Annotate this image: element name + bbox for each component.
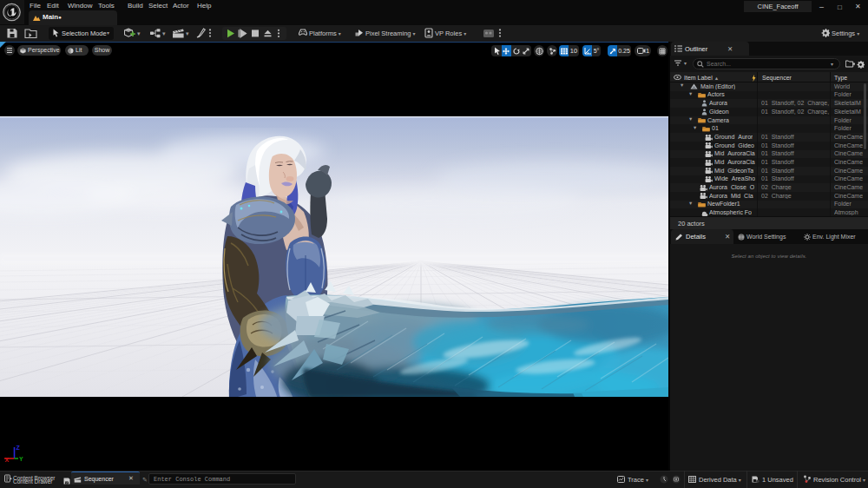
svg-text:▾: ▾: [162, 30, 166, 36]
svg-text:▾: ▾: [137, 30, 141, 36]
svg-text:▾: ▾: [186, 30, 189, 36]
svg-text:Y: Y: [19, 456, 23, 462]
svg-text:Z: Z: [16, 445, 21, 451]
svg-text:X: X: [5, 457, 10, 463]
